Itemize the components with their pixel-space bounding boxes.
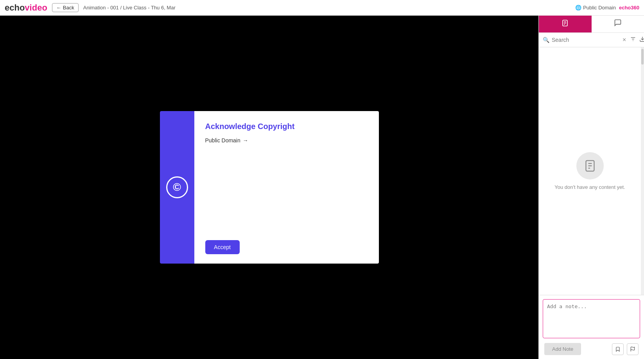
- globe-icon: 🌐: [575, 5, 581, 11]
- back-button[interactable]: ← Back: [52, 3, 79, 12]
- dialog-sidebar: ©: [160, 111, 194, 264]
- dialog-link-arrow: →: [243, 137, 248, 144]
- copyright-dialog: © Acknowledge Copyright Public Domain → …: [160, 111, 379, 264]
- copyright-icon: ©: [166, 176, 188, 198]
- logo: echovideo: [5, 3, 47, 13]
- scroll-track: [641, 47, 644, 295]
- right-sidebar: 🔍 ×: [538, 16, 644, 359]
- empty-state-icon: [576, 152, 604, 180]
- filter-icon[interactable]: [630, 36, 636, 44]
- chat-tab-icon: [614, 19, 622, 29]
- main-layout: © Acknowledge Copyright Public Domain → …: [0, 16, 644, 359]
- download-icon[interactable]: [639, 36, 644, 44]
- note-footer: Add Note: [543, 340, 640, 355]
- search-icon: 🔍: [543, 37, 549, 43]
- header-right: 🌐 Public Domain echo360: [575, 5, 639, 11]
- tab-chat[interactable]: [592, 16, 644, 32]
- sidebar-tabs: [539, 16, 644, 33]
- logo-video: video: [25, 3, 47, 13]
- scroll-thumb[interactable]: [641, 49, 644, 65]
- add-note-button[interactable]: Add Note: [544, 343, 581, 355]
- sidebar-scrollable: You don't have any content yet.: [539, 47, 641, 295]
- search-bar: 🔍 ×: [539, 33, 644, 47]
- accept-button[interactable]: Accept: [205, 240, 240, 254]
- dialog-title: Acknowledge Copyright: [205, 122, 368, 131]
- header: echovideo ← Back Animation - 001 / Live …: [0, 0, 644, 16]
- search-actions: [630, 36, 644, 44]
- back-arrow-icon: ←: [56, 5, 61, 11]
- tab-notes[interactable]: [539, 16, 592, 32]
- notes-tab-icon: [561, 19, 569, 29]
- search-input[interactable]: [552, 37, 620, 43]
- note-textarea[interactable]: [543, 299, 640, 338]
- back-label: Back: [63, 5, 74, 11]
- dialog-content: Acknowledge Copyright Public Domain → Ac…: [194, 111, 379, 264]
- echo360-brand: echo360: [619, 5, 639, 11]
- breadcrumb: Animation - 001 / Live Class - Thu 6, Ma…: [83, 5, 176, 11]
- logo-echo: echo: [5, 3, 25, 13]
- note-area: Add Note: [539, 295, 644, 359]
- public-domain-badge: 🌐 Public Domain: [575, 5, 616, 11]
- dialog-link: Public Domain →: [205, 137, 368, 144]
- flag-icon-button[interactable]: [627, 343, 639, 355]
- sidebar-content-wrapper: You don't have any content yet.: [539, 47, 644, 295]
- search-clear-icon[interactable]: ×: [622, 36, 626, 43]
- video-area: © Acknowledge Copyright Public Domain → …: [0, 16, 538, 359]
- empty-state-text: You don't have any content yet.: [554, 184, 625, 190]
- bookmark-icon-button[interactable]: [612, 343, 624, 355]
- public-domain-text: Public Domain: [583, 5, 616, 11]
- dialog-link-text: Public Domain: [205, 137, 240, 144]
- note-icons: [612, 343, 639, 355]
